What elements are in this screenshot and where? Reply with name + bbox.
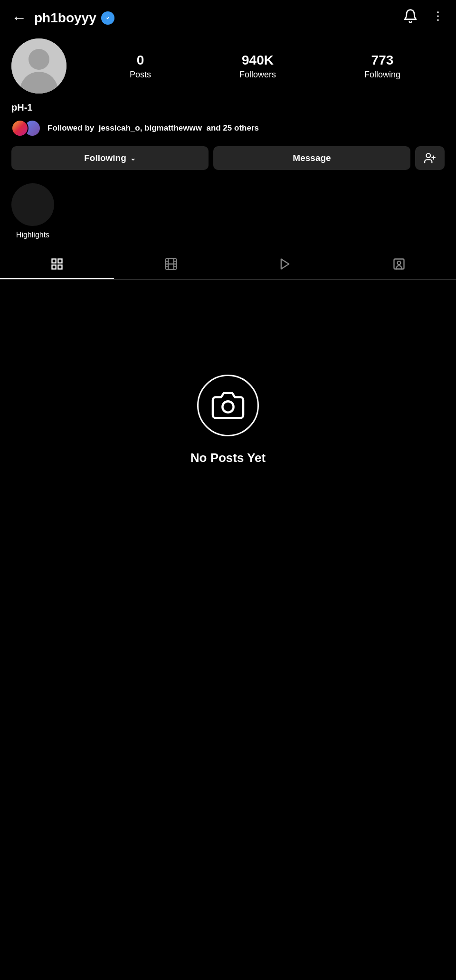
following-count: 773 bbox=[371, 53, 394, 68]
grid-icon bbox=[50, 257, 64, 271]
reels-store-icon bbox=[164, 257, 178, 271]
avatar-head bbox=[28, 49, 49, 70]
following-button-label: Following bbox=[84, 153, 126, 163]
svg-point-13 bbox=[398, 261, 401, 264]
avatar-container bbox=[11, 38, 66, 94]
followed-avatars bbox=[11, 120, 36, 137]
followers-count: 940K bbox=[242, 53, 274, 68]
top-bar: ← ph1boyyy bbox=[0, 0, 456, 34]
svg-point-2 bbox=[437, 19, 439, 21]
stats-row: 0 Posts 940K Followers 773 Following bbox=[86, 53, 445, 80]
tab-reels[interactable] bbox=[228, 249, 342, 279]
highlight-item[interactable]: Highlights bbox=[11, 183, 54, 239]
stat-posts[interactable]: 0 Posts bbox=[130, 53, 151, 80]
profile-header: 0 Posts 940K Followers 773 Following bbox=[11, 38, 445, 94]
followed-by-row: Followed by jessicah_o, bigmatthewww and… bbox=[11, 120, 445, 137]
chevron-down-icon: ⌄ bbox=[130, 154, 136, 162]
verified-badge bbox=[101, 11, 114, 25]
svg-marker-11 bbox=[281, 259, 289, 269]
svg-rect-6 bbox=[52, 259, 56, 263]
more-icon[interactable] bbox=[431, 9, 445, 26]
followers-label: Followers bbox=[239, 70, 276, 80]
svg-point-3 bbox=[426, 153, 430, 158]
tab-tagged[interactable] bbox=[342, 249, 456, 279]
svg-point-14 bbox=[222, 401, 233, 412]
highlight-circle bbox=[11, 183, 54, 226]
highlights-section: Highlights bbox=[0, 183, 456, 239]
stat-followers[interactable]: 940K Followers bbox=[239, 53, 276, 80]
bell-icon[interactable] bbox=[403, 9, 418, 27]
tab-bar bbox=[0, 249, 456, 280]
profile-section: 0 Posts 940K Followers 773 Following pH-… bbox=[0, 34, 456, 170]
avatar-person-placeholder bbox=[11, 38, 66, 94]
svg-point-0 bbox=[437, 11, 439, 13]
camera-icon bbox=[211, 389, 245, 422]
followed-by-others: and 25 others bbox=[206, 123, 259, 132]
username-row: ph1boyyy bbox=[34, 10, 114, 26]
no-posts-label: No Posts Yet bbox=[190, 451, 266, 465]
stat-following[interactable]: 773 Following bbox=[364, 53, 400, 80]
followed-by-text: Followed by jessicah_o, bigmatthewww and… bbox=[48, 123, 259, 133]
svg-rect-9 bbox=[58, 265, 62, 269]
top-bar-left: ← ph1boyyy bbox=[11, 9, 114, 27]
posts-label: Posts bbox=[130, 70, 151, 80]
followed-avatar-1 bbox=[11, 120, 28, 137]
empty-state: No Posts Yet bbox=[0, 280, 456, 494]
tagged-icon bbox=[392, 257, 406, 271]
profile-name: pH-1 bbox=[11, 102, 445, 113]
followed-by-names[interactable]: jessicah_o, bigmatthewww bbox=[99, 123, 202, 132]
highlight-label: Highlights bbox=[16, 231, 49, 239]
add-person-button[interactable] bbox=[415, 146, 445, 170]
posts-count: 0 bbox=[137, 53, 144, 68]
avatar[interactable] bbox=[11, 38, 66, 94]
top-bar-right bbox=[403, 9, 445, 27]
svg-rect-7 bbox=[58, 259, 62, 263]
svg-rect-8 bbox=[52, 265, 56, 269]
add-person-icon bbox=[424, 152, 436, 164]
camera-circle bbox=[197, 375, 259, 436]
play-icon bbox=[278, 257, 292, 271]
following-label: Following bbox=[364, 70, 400, 80]
svg-point-1 bbox=[437, 15, 439, 17]
tab-grid[interactable] bbox=[0, 249, 114, 279]
following-button[interactable]: Following ⌄ bbox=[11, 146, 209, 170]
username: ph1boyyy bbox=[34, 10, 96, 26]
action-buttons: Following ⌄ Message bbox=[11, 146, 445, 170]
followed-by-label: Followed by bbox=[48, 123, 94, 132]
tab-reels-store[interactable] bbox=[114, 249, 228, 279]
avatar-body bbox=[20, 72, 58, 94]
back-button[interactable]: ← bbox=[11, 9, 27, 27]
message-button-label: Message bbox=[293, 153, 331, 163]
message-button[interactable]: Message bbox=[213, 146, 410, 170]
